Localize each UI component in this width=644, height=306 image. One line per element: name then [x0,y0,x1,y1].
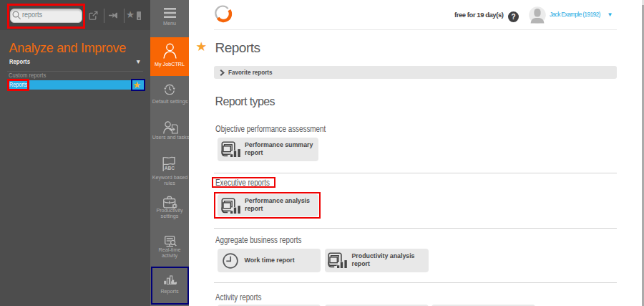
svg-text:ABC: ABC [165,166,175,171]
